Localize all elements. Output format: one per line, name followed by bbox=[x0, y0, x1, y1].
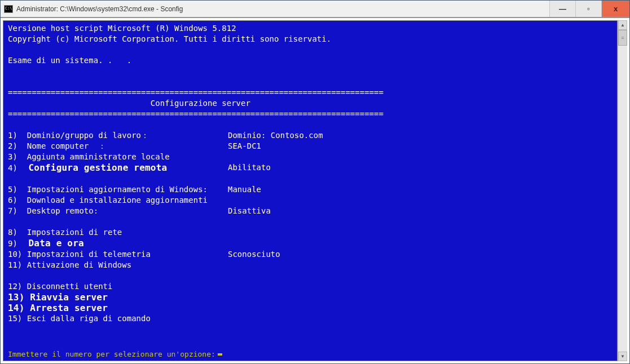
remote-mgmt-value: Abilitato bbox=[228, 162, 271, 174]
copyright-line: Copyright (c) Microsoft Corporation. Tut… bbox=[8, 34, 613, 45]
windows-update-value: Manuale bbox=[228, 184, 261, 195]
minimize-button[interactable]: — bbox=[549, 1, 575, 17]
system-exam-line: Esame di un sistema. . . bbox=[8, 55, 613, 66]
input-prompt[interactable]: Immettere il numero per selezionare un'o… bbox=[8, 349, 613, 359]
menu-item-network-settings: 8) Impostazioni di rete bbox=[8, 227, 613, 238]
domain-value: Dominio: Contoso.com bbox=[228, 130, 323, 141]
titlebar[interactable]: Administrator: C:\Windows\system32\cmd.e… bbox=[1, 1, 629, 17]
menu-item-download-updates: 6) Download e installazione aggiornament… bbox=[8, 195, 613, 206]
menu-item-exit-cli: 15) Esci dalla riga di comando bbox=[8, 313, 613, 324]
menu-item-telemetry: 10) Impostazioni di telemetria Sconosciu… bbox=[8, 249, 613, 260]
menu-item-restart-server: 13) Riavvia server bbox=[8, 292, 613, 303]
menu-item-windows-update: 5) Impostazioni aggiornamento di Windows… bbox=[8, 184, 613, 195]
menu-item-date-time: 9) Data e ora bbox=[8, 238, 613, 249]
computer-name-value: SEA-DC1 bbox=[228, 141, 261, 152]
menu-item-shutdown-server: 14) Arresta server bbox=[8, 303, 613, 313]
cmd-icon bbox=[4, 5, 13, 13]
app-window: Administrator: C:\Windows\system32\cmd.e… bbox=[0, 0, 630, 364]
scroll-up-button[interactable]: ▲ bbox=[618, 20, 627, 30]
scroll-thumb[interactable] bbox=[618, 30, 627, 46]
scroll-track[interactable] bbox=[618, 30, 627, 352]
menu-item-computer-name: 2) Nome computer ： SEA-DC1 bbox=[8, 141, 613, 152]
remote-desktop-value: Disattiva bbox=[228, 206, 271, 216]
menu-item-windows-activation: 11) Attivazione di Windows bbox=[8, 260, 613, 270]
menu-item-disconnect-users: 12) Disconnetti utenti bbox=[8, 281, 613, 292]
window-controls: — ▫ x bbox=[549, 1, 629, 17]
divider-bottom: ========================================… bbox=[8, 109, 613, 119]
scroll-down-button[interactable]: ▼ bbox=[618, 352, 627, 361]
window-title: Administrator: C:\Windows\system32\cmd.e… bbox=[16, 5, 549, 13]
script-host-version: Versione host script Microsoft (R) Windo… bbox=[8, 23, 613, 34]
section-title: Configurazione server bbox=[8, 98, 613, 109]
menu-item-local-admin: 3) Aggiunta amministratore locale bbox=[8, 152, 613, 162]
window-body: Versione host script Microsoft (R) Windo… bbox=[1, 17, 629, 363]
menu-item-remote-desktop: 7) Desktop remoto: Disattiva bbox=[8, 206, 613, 216]
close-button[interactable]: x bbox=[601, 1, 629, 17]
cursor-icon bbox=[218, 353, 222, 356]
maximize-button[interactable]: ▫ bbox=[575, 1, 601, 17]
divider-top: ========================================… bbox=[8, 87, 613, 98]
menu-item-remote-management: 4) Configura gestione remota Abilitato bbox=[8, 162, 613, 174]
menu-item-domain: 1) Dominio/gruppo di lavoro： Dominio: Co… bbox=[8, 130, 613, 141]
console-area[interactable]: Versione host script Microsoft (R) Windo… bbox=[3, 20, 618, 361]
telemetry-value: Sconosciuto bbox=[228, 249, 280, 260]
vertical-scrollbar[interactable]: ▲ ▼ bbox=[618, 20, 627, 361]
